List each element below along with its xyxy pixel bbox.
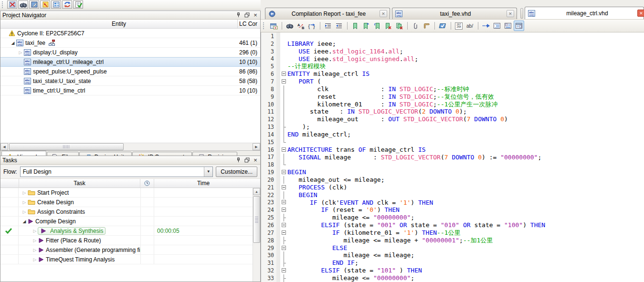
dropdown-arrow-icon[interactable]: ▼ [204, 167, 212, 177]
tree-row[interactable]: ▷abcVHDdisplay:U_display296 (0) [0, 48, 260, 57]
close-icon[interactable]: ✕ [637, 10, 644, 17]
customize-button[interactable]: Customize... [216, 167, 257, 177]
lc-column-header[interactable]: LC Cor [237, 20, 260, 28]
task-column-header[interactable]: Task [19, 179, 140, 188]
line-numbers-icon[interactable]: 267268 [454, 21, 464, 31]
insert-bookmark-icon[interactable] [350, 21, 360, 31]
expand-arrow-icon[interactable]: ▷ [32, 248, 38, 252]
close-icon[interactable]: ✕ [380, 10, 387, 17]
tree-row[interactable]: ◢abcVHDtaxi_fee461 (1) [0, 38, 260, 48]
view-sidebar-icon[interactable] [514, 21, 524, 31]
replace-icon[interactable]: AB [296, 21, 306, 31]
fold-collapse-icon[interactable] [280, 184, 287, 191]
tree-row[interactable]: abcVHDspeed_pulse:U_speed_pulse86 (86) [0, 67, 260, 76]
toolbar-grip[interactable] [2, 1, 5, 8]
fold-collapse-icon[interactable] [280, 221, 287, 229]
expand-arrow-icon[interactable]: ▷ [32, 229, 38, 233]
start-compilation-icon[interactable] [62, 0, 72, 9]
pin-icon[interactable] [235, 157, 241, 163]
task-row[interactable]: ▷Assign Constraints [0, 207, 253, 217]
expand-arrow-icon[interactable]: ▷ [21, 209, 27, 214]
close-icon[interactable]: × [253, 12, 258, 18]
entity-column-header[interactable]: Entity [0, 20, 237, 28]
tasks-vscrollbar[interactable]: ▲ [253, 188, 260, 282]
fold-collapse-icon[interactable] [280, 267, 287, 274]
vhd-icon: abcVHD [24, 87, 31, 94]
remove-bookmark-icon[interactable] [383, 21, 393, 31]
remove-all-bookmarks-icon[interactable] [394, 21, 404, 31]
fold-collapse-icon[interactable] [280, 244, 287, 252]
tree-row[interactable]: Cyclone II: EP2C5F256C7 [0, 29, 260, 38]
insert-template-icon[interactable] [421, 21, 432, 31]
toolbar-separator [282, 22, 282, 30]
close-icon[interactable]: × [253, 157, 258, 163]
task-row[interactable]: ▷Start Project [0, 188, 253, 198]
close-icon[interactable]: ✕ [507, 10, 514, 17]
stop-processing-icon[interactable] [7, 0, 17, 9]
fold-collapse-icon[interactable] [280, 199, 287, 207]
task-row[interactable]: ▷Assembler (Generate programming files) [0, 245, 253, 255]
vscroll-thumb[interactable] [253, 196, 260, 243]
time-column-header[interactable]: Time [154, 179, 253, 188]
tree-row[interactable]: abcVHDtaxi_state:U_taxi_state58 (58) [0, 76, 260, 86]
assignment-editor-icon[interactable] [40, 0, 50, 9]
fold-collapse-icon[interactable] [280, 146, 287, 154]
fold-collapse-icon[interactable] [280, 78, 287, 85]
tree-row[interactable]: abcVHDmileage_ctrl:U_mileage_ctrl10 (10) [0, 57, 260, 67]
task-row[interactable]: ▷TimeQuest Timing Analysis [0, 255, 253, 264]
view-fold-icon[interactable] [503, 21, 513, 31]
settings-icon[interactable] [51, 0, 61, 9]
selected-task: Analysis & Synthesis [38, 227, 106, 235]
scroll-right-icon[interactable]: ▶ [253, 143, 260, 150]
collapse-arrow-icon[interactable]: ◢ [10, 41, 16, 45]
increase-indent-icon[interactable] [323, 21, 333, 31]
pin-icon[interactable] [235, 12, 241, 18]
analyze-file-icon[interactable] [437, 21, 448, 31]
expand-arrow-icon[interactable]: ▷ [32, 238, 38, 243]
tree-row[interactable]: abcVHDtime_ctrl:U_time_ctrl10 (10) [0, 86, 260, 95]
project-navigator-hscrollbar[interactable]: ◀ ▶ [0, 143, 260, 150]
float-icon[interactable] [244, 12, 250, 18]
code-editor[interactable]: 12LIBRARY ieee;3 USE ieee.std_logic_1164… [261, 32, 644, 282]
editor-tab-mileage-ctrl-vhd[interactable]: abcVHDmileage_ctrl.vhd✕ [525, 7, 644, 19]
save-window-icon[interactable] [268, 21, 279, 31]
fold-collapse-icon[interactable] [280, 206, 287, 214]
fold-collapse-icon[interactable] [280, 168, 287, 176]
view-outline-icon[interactable] [492, 21, 502, 31]
task-row[interactable]: ▷Create Design [0, 198, 253, 207]
task-row[interactable]: ▷Analysis & Synthesis00:00:05 [0, 226, 253, 236]
comment-icon[interactable]: ab/ [465, 21, 475, 31]
scroll-up-icon[interactable]: ▲ [253, 188, 260, 195]
flow-select[interactable]: Full Design ▼ [20, 167, 213, 177]
text-editor-icon[interactable] [29, 0, 39, 9]
find-matching-delimiter-icon[interactable]: {} [306, 21, 317, 31]
analysis-synthesis-icon[interactable] [73, 0, 83, 9]
editor-tab-taxi-fee-vhd[interactable]: abcVHDtaxi_fee.vhd✕ [392, 8, 517, 19]
scroll-left-icon[interactable]: ◀ [0, 143, 8, 150]
expand-arrow-icon[interactable]: ▷ [21, 190, 27, 195]
tab-stops-icon[interactable] [481, 21, 491, 31]
task-clock-cell [141, 255, 154, 264]
find-icon[interactable] [285, 21, 295, 31]
expand-arrow-icon[interactable]: ▷ [32, 257, 38, 262]
task-row[interactable]: ▷Fitter (Place & Route) [0, 236, 253, 245]
task-row[interactable]: ◢Compile Design [0, 217, 253, 226]
float-icon[interactable] [244, 157, 250, 163]
expand-arrow-icon[interactable]: ▷ [21, 200, 27, 205]
fold-collapse-icon[interactable] [280, 229, 287, 237]
fold-margin [280, 115, 287, 123]
code-line: 12 mileage_out : OUT STD_LOGIC_VECTOR(7 … [261, 115, 644, 123]
find-icon[interactable] [18, 0, 28, 9]
expand-arrow-icon[interactable]: ▷ [18, 50, 23, 55]
next-bookmark-icon[interactable] [361, 21, 371, 31]
hscroll-thumb[interactable] [9, 143, 124, 150]
fold-collapse-icon[interactable] [280, 70, 287, 78]
clock-icon[interactable] [140, 179, 154, 188]
decrease-indent-icon[interactable] [334, 21, 344, 31]
toolbar-grip[interactable] [263, 22, 266, 29]
collapse-arrow-icon[interactable]: ◢ [21, 219, 27, 224]
editor-tab-compilation-report-taxi-fee[interactable]: Compilation Report - taxi_fee✕ [265, 8, 390, 19]
attach-icon[interactable] [410, 21, 421, 31]
previous-bookmark-icon[interactable] [372, 21, 382, 31]
task-name-cell: ▷Create Design [19, 198, 141, 207]
